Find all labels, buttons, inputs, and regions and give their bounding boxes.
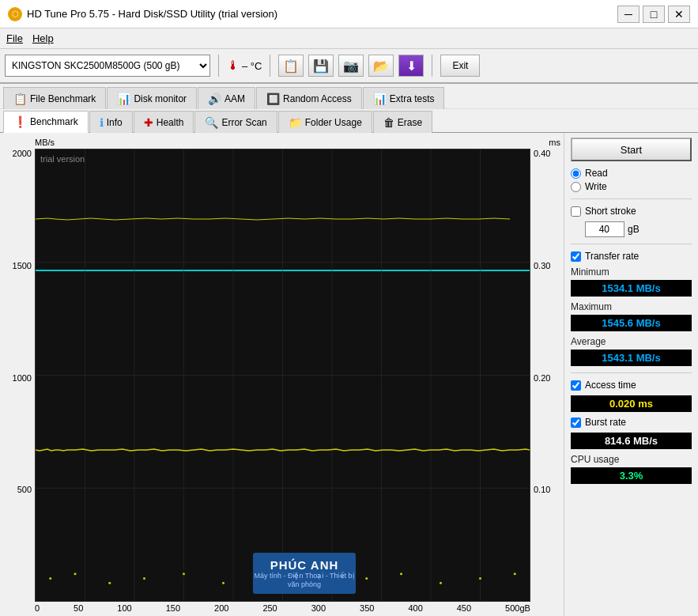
transfer-rate-checkbox[interactable]: [571, 251, 581, 262]
tab-erase[interactable]: 🗑 Erase: [373, 111, 432, 133]
average-label: Average: [571, 336, 692, 347]
x-axis-labels: 0 50 100 150 200 250 300 350 400 450 500…: [35, 602, 530, 613]
svg-point-16: [183, 573, 185, 575]
divider-3: [571, 372, 692, 373]
minimum-label: Minimum: [571, 266, 692, 278]
temperature-icon: 🌡: [227, 59, 240, 73]
burst-rate-value: 814.6 MB/s: [571, 433, 692, 449]
info-icon: ℹ: [100, 116, 104, 129]
tabs-row-1-inner: 📋 File Benchmark 📊 Disk monitor 🔊 AAM 🔲 …: [0, 84, 698, 108]
chart-units-label: MB/s ms: [5, 138, 560, 149]
drive-selector[interactable]: KINGSTON SKC2500M8500G (500 gB): [5, 55, 210, 77]
short-stroke-row: gB: [585, 221, 692, 237]
tab-aam[interactable]: 🔊 AAM: [198, 87, 255, 109]
cpu-usage-label: CPU usage: [571, 454, 692, 465]
menu-bar: File Help: [0, 28, 698, 49]
y-left-unit: MB/s: [35, 138, 55, 147]
write-radio[interactable]: [571, 182, 581, 192]
toolbar-separator-2: [270, 55, 270, 77]
cpu-usage-section: CPU usage 3.3%: [571, 454, 692, 484]
burst-rate-checkbox-label[interactable]: Burst rate: [571, 417, 692, 428]
tabs-row-2-inner: ❗ Benchmark ℹ Info ✚ Health 🔍 Error Scan…: [0, 108, 698, 132]
y-axis-left: 2000 1500 1000 500: [5, 149, 35, 613]
tab-file-benchmark[interactable]: 📋 File Benchmark: [3, 87, 106, 109]
divider-2: [571, 244, 692, 244]
tab-health[interactable]: ✚ Health: [134, 111, 194, 133]
svg-point-24: [479, 577, 481, 580]
logo-text: PHÚC ANH: [270, 558, 339, 572]
minimum-value: 1534.1 MB/s: [571, 280, 692, 297]
logo-container: PHÚC ANH Máy tính - Điện Thoại - Thiết b…: [253, 553, 356, 594]
tab-error-scan[interactable]: 🔍 Error Scan: [194, 111, 277, 133]
maximum-section: Maximum 1545.6 MB/s: [571, 301, 692, 331]
short-stroke-label: Short stroke: [585, 206, 636, 217]
read-radio-label[interactable]: Read: [571, 168, 692, 179]
logo-tagline: Máy tính - Điện Thoại - Thiết bị văn phò…: [253, 572, 356, 589]
folder-button[interactable]: 📂: [368, 55, 394, 77]
write-radio-label[interactable]: Write: [571, 181, 692, 192]
tab-extra-tests[interactable]: 📊 Extra tests: [363, 87, 445, 109]
toolbar: KINGSTON SKC2500M8500G (500 gB) 🌡 – °C 📋…: [0, 49, 698, 84]
disk-monitor-icon: 📊: [117, 93, 130, 105]
tabs-row-1: 📋 File Benchmark 📊 Disk monitor 🔊 AAM 🔲 …: [0, 84, 698, 133]
burst-rate-checkbox[interactable]: [571, 418, 581, 428]
read-radio[interactable]: [571, 168, 581, 179]
average-value: 1543.1 MB/s: [571, 350, 692, 366]
short-stroke-input[interactable]: [585, 221, 624, 237]
chart-container: MB/s ms 2000 1500 1000 500 trial version: [0, 133, 564, 616]
error-scan-icon: 🔍: [205, 116, 218, 129]
maximize-button[interactable]: □: [643, 6, 665, 23]
chart-plot-wrapper: trial version: [35, 149, 530, 613]
svg-point-23: [440, 582, 442, 584]
svg-point-12: [49, 577, 51, 580]
toolbar-separator-1: [218, 55, 219, 77]
save-button[interactable]: 💾: [308, 55, 334, 77]
tab-info[interactable]: ℹ Info: [89, 111, 133, 133]
chart-trace-svg: [36, 149, 530, 601]
y-right-unit: ms: [549, 138, 560, 147]
access-time-checkbox-label[interactable]: Access time: [571, 380, 692, 391]
aam-icon: 🔊: [208, 93, 221, 105]
short-stroke-checkbox[interactable]: [571, 206, 581, 217]
toolbar-separator-3: [432, 55, 432, 77]
read-label: Read: [585, 168, 608, 179]
access-time-label: Access time: [585, 380, 636, 391]
camera-button[interactable]: 📷: [338, 55, 364, 77]
extra-tests-icon: 📊: [373, 93, 387, 105]
access-time-checkbox[interactable]: [571, 380, 581, 391]
tab-benchmark[interactable]: ❗ Benchmark: [3, 111, 89, 133]
chart-area: 2000 1500 1000 500 trial version: [5, 149, 560, 613]
tab-random-access[interactable]: 🔲 Random Access: [256, 87, 362, 109]
tab-folder-usage[interactable]: 📁 Folder Usage: [278, 111, 372, 133]
average-section: Average 1543.1 MB/s: [571, 336, 692, 366]
transfer-rate-checkbox-label[interactable]: Transfer rate: [571, 251, 692, 262]
short-stroke-checkbox-label[interactable]: Short stroke: [571, 206, 692, 217]
burst-rate-label: Burst rate: [585, 417, 626, 428]
minimum-section: Minimum 1534.1 MB/s: [571, 266, 692, 297]
svg-point-15: [143, 577, 145, 580]
title-bar: ⬡ HD Tune Pro 5.75 - Hard Disk/SSD Utili…: [0, 0, 698, 28]
right-panel: Start Read Write Short stroke gB Transfe…: [564, 133, 698, 616]
window-controls: ─ □ ✕: [617, 6, 690, 23]
read-write-group: Read Write: [571, 168, 692, 192]
divider-1: [571, 198, 692, 199]
tab-disk-monitor[interactable]: 📊 Disk monitor: [107, 87, 197, 109]
minimize-button[interactable]: ─: [617, 6, 640, 23]
exit-button[interactable]: Exit: [440, 55, 480, 77]
svg-point-22: [400, 573, 402, 575]
main-content: MB/s ms 2000 1500 1000 500 trial version: [0, 133, 698, 616]
svg-point-25: [514, 573, 516, 575]
window-title: HD Tune Pro 5.75 - Hard Disk/SSD Utility…: [27, 8, 277, 20]
health-icon: ✚: [144, 116, 153, 129]
download-button[interactable]: ⬇: [398, 55, 424, 77]
y-axis-right: 0.40 0.30 0.20 0.10: [530, 149, 560, 613]
write-label: Write: [585, 181, 607, 192]
close-button[interactable]: ✕: [668, 6, 690, 23]
help-menu[interactable]: Help: [32, 32, 54, 44]
chart-plot: trial version: [35, 149, 530, 602]
start-button[interactable]: Start: [571, 138, 692, 161]
folder-usage-icon: 📁: [289, 116, 302, 129]
svg-point-21: [365, 577, 368, 580]
copy-button[interactable]: 📋: [278, 55, 304, 77]
file-menu[interactable]: File: [6, 32, 23, 44]
